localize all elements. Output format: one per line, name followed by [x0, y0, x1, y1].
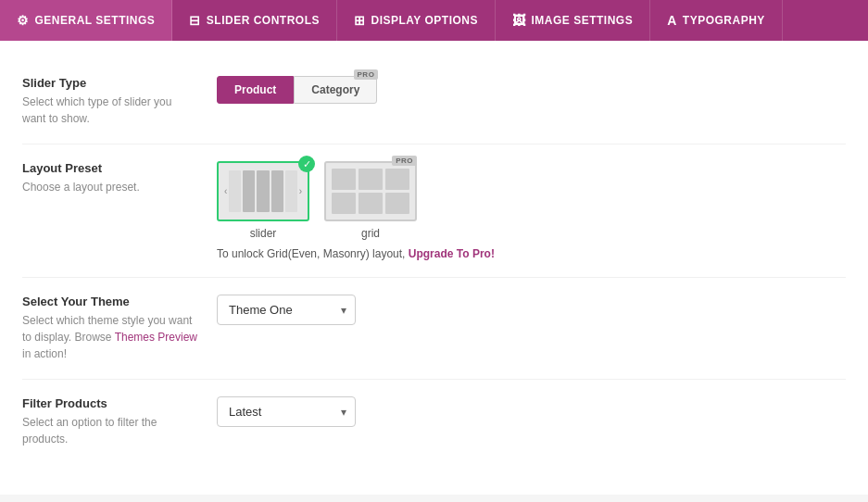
slider-card-4	[271, 170, 283, 212]
theme-heading: Select Your Theme	[22, 295, 198, 308]
slider-card-1	[229, 170, 241, 212]
sliders-icon: ⊟	[189, 13, 201, 28]
tab-slider-controls[interactable]: ⊟ SLIDER CONTROLS	[172, 0, 337, 41]
theme-description: Select which theme style you want to dis…	[22, 312, 198, 362]
grid-layout-label: grid	[361, 227, 380, 240]
filter-select[interactable]: Latest Featured Best Selling Top Rated O…	[217, 396, 356, 427]
grid-cell-1	[332, 169, 356, 190]
content-area: Slider Type Select which type of slider …	[0, 41, 868, 495]
grid-pro-badge: PRO	[392, 156, 417, 166]
grid-cell-2	[359, 169, 383, 190]
layout-preset-control: ✓ ‹ › slid	[217, 161, 846, 260]
grid-cell-5	[359, 193, 383, 214]
slider-type-control: Product Category PRO	[217, 76, 846, 104]
filter-select-wrapper: Latest Featured Best Selling Top Rated O…	[217, 396, 356, 427]
type-button-group: Product Category PRO	[217, 76, 846, 104]
product-button[interactable]: Product	[217, 76, 294, 104]
theme-label-area: Select Your Theme Select which theme sty…	[22, 295, 198, 362]
tab-general[interactable]: ⚙ GENERAL SETTINGS	[0, 0, 172, 41]
filter-products-heading: Filter Products	[22, 396, 198, 410]
tab-display-label: DISPLAY OPTIONS	[371, 14, 478, 27]
tab-image-label: IMAGE SETTINGS	[532, 14, 634, 27]
layout-preset-options: ✓ ‹ › slid	[217, 161, 846, 240]
filter-products-control: Latest Featured Best Selling Top Rated O…	[217, 396, 846, 427]
layout-grid-item[interactable]: PRO grid	[324, 161, 417, 240]
grid-cell-6	[385, 193, 409, 214]
slider-layout-label: slider	[250, 227, 277, 240]
grid-thumbnail: PRO	[324, 161, 417, 221]
themes-preview-link[interactable]: Themes Preview	[115, 331, 197, 344]
filter-products-label-area: Filter Products Select an option to filt…	[22, 396, 198, 447]
layout-preset-heading: Layout Preset	[22, 161, 198, 175]
tab-typography-label: TYPOGRAPHY	[683, 14, 765, 27]
theme-control: Theme One Theme Two Theme Three ▾	[217, 295, 846, 325]
tab-display-options[interactable]: ⊞ DISPLAY OPTIONS	[337, 0, 496, 41]
theme-select-wrapper: Theme One Theme Two Theme Three ▾	[217, 295, 356, 325]
tab-image-settings[interactable]: 🖼 IMAGE SETTINGS	[496, 0, 650, 41]
typography-icon: A	[667, 13, 677, 28]
slider-card-3	[257, 170, 269, 212]
slider-type-description: Select which type of slider you want to …	[22, 94, 198, 127]
tab-general-label: GENERAL SETTINGS	[35, 14, 156, 27]
theme-row: Select Your Theme Select which theme sty…	[22, 278, 846, 380]
right-arrow-icon: ›	[299, 186, 302, 196]
slider-type-label-area: Slider Type Select which type of slider …	[22, 76, 198, 127]
filter-products-description: Select an option to filter the products.	[22, 414, 198, 447]
upgrade-link[interactable]: Upgrade To Pro!	[409, 247, 495, 260]
tab-typography[interactable]: A TYPOGRAPHY	[650, 0, 783, 41]
slider-thumbnail: ✓ ‹ ›	[217, 161, 309, 221]
filter-products-row: Filter Products Select an option to filt…	[22, 380, 846, 464]
gear-icon: ⚙	[17, 13, 30, 28]
layout-preset-label-area: Layout Preset Choose a layout preset.	[22, 161, 198, 195]
category-button[interactable]: Category PRO	[294, 76, 377, 104]
grid-cell-3	[385, 169, 409, 190]
layout-preset-description: Choose a layout preset.	[22, 179, 198, 195]
upgrade-note-text: To unlock Grid(Even, Masonry) layout,	[217, 247, 405, 260]
layout-preset-row: Layout Preset Choose a layout preset. ✓ …	[22, 144, 846, 278]
pro-badge: PRO	[354, 69, 379, 80]
slider-card-2	[243, 170, 255, 212]
nav-tabs: ⚙ GENERAL SETTINGS ⊟ SLIDER CONTROLS ⊞ D…	[0, 0, 868, 41]
grid-cell-4	[332, 193, 356, 214]
theme-select[interactable]: Theme One Theme Two Theme Three	[217, 295, 356, 325]
upgrade-note: To unlock Grid(Even, Masonry) layout, Up…	[217, 247, 846, 260]
slider-type-row: Slider Type Select which type of slider …	[22, 59, 846, 144]
tab-slider-label: SLIDER CONTROLS	[207, 14, 320, 27]
layout-slider-item[interactable]: ✓ ‹ › slid	[217, 161, 309, 240]
slider-card-5	[285, 170, 297, 212]
check-icon: ✓	[298, 156, 315, 172]
image-icon: 🖼	[512, 13, 526, 28]
slider-type-heading: Slider Type	[22, 76, 198, 90]
left-arrow-icon: ‹	[224, 186, 227, 196]
grid-icon: ⊞	[354, 13, 366, 28]
